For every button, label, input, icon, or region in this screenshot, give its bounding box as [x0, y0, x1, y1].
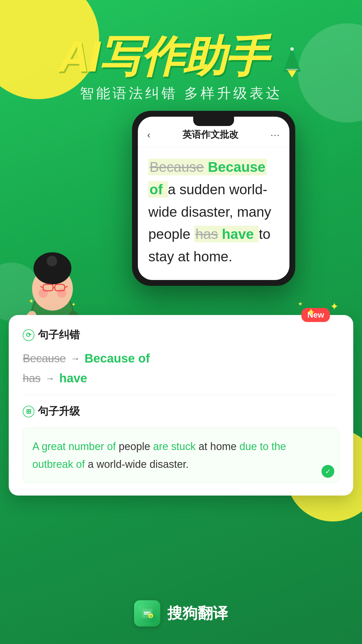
upgrade-black-3: a world-wide disaster. — [85, 458, 189, 470]
new-badge: New — [301, 308, 330, 322]
content-highlight-2: of — [148, 181, 168, 198]
phone-notch — [193, 117, 234, 126]
main-title: AI写作助手 — [0, 35, 362, 78]
sparkle-icon-2: ✦ — [307, 306, 315, 318]
svg-point-3 — [290, 47, 294, 51]
correction-row-2: has → have — [23, 371, 339, 385]
content-highlight-1: Because Because — [148, 159, 267, 175]
wrong-word-2: has — [23, 372, 41, 385]
upgrade-text-box: A great number of people are stuck at ho… — [23, 428, 339, 483]
sparkle-icon-3: ⋆ — [297, 298, 304, 310]
upgrade-green-1: A great number of — [32, 440, 116, 452]
wrong-word-1: Because — [23, 352, 66, 365]
menu-button[interactable]: ··· — [270, 130, 280, 140]
correction-icon: ⟳ — [23, 329, 34, 341]
sparkle-icon-1: ✦ — [330, 300, 339, 313]
svg-text:g: g — [150, 614, 152, 617]
branding-section: g 搜狗翻译 — [0, 600, 362, 626]
upgrade-black-1: people — [116, 440, 153, 452]
back-button[interactable]: ‹ — [147, 130, 150, 140]
svg-text:✦: ✦ — [29, 298, 34, 305]
title-section: AI写作助手 智能语法纠错 多样升级表达 — [0, 35, 362, 103]
phone-title: 英语作文批改 — [182, 128, 238, 141]
content-highlight-3: has have — [194, 226, 259, 242]
check-icon: ✓ — [321, 465, 334, 478]
section-divider — [23, 395, 339, 395]
svg-text:✦: ✦ — [71, 302, 76, 307]
section2-title: ⊞ 句子升级 — [23, 404, 339, 419]
svg-point-20 — [57, 288, 66, 298]
brand-name: 搜狗翻译 — [167, 603, 228, 624]
upgrade-green-2: are stuck — [153, 440, 196, 452]
svg-marker-0 — [283, 48, 301, 72]
arrow-icon-1: → — [71, 353, 80, 364]
correct-word-2: have — [59, 371, 87, 385]
phone-content-area: Because Because of a sudden world- wide … — [138, 147, 289, 277]
bottom-card: New ✦ ✦ ⋆ ⟳ 句子纠错 Because → Because of ha… — [9, 315, 353, 496]
svg-marker-1 — [288, 70, 296, 78]
upgrade-black-2: at home — [196, 440, 239, 452]
arrow-icon-2: → — [45, 373, 55, 384]
upgrade-icon: ⊞ — [23, 406, 34, 417]
phone-mockup: ‹ 英语作文批改 ··· Because Because of a sudden… — [132, 111, 295, 286]
correction-row-1: Because → Because of — [23, 351, 339, 365]
phone-screen: ‹ 英语作文批改 ··· Because Because of a sudden… — [138, 117, 289, 280]
section1-title: ⟳ 句子纠错 — [23, 328, 339, 342]
app-icon: g — [134, 600, 160, 626]
svg-point-18 — [47, 256, 57, 266]
correct-word-1: Because of — [85, 351, 150, 365]
subtitle: 智能语法纠错 多样升级表达 — [0, 84, 362, 103]
